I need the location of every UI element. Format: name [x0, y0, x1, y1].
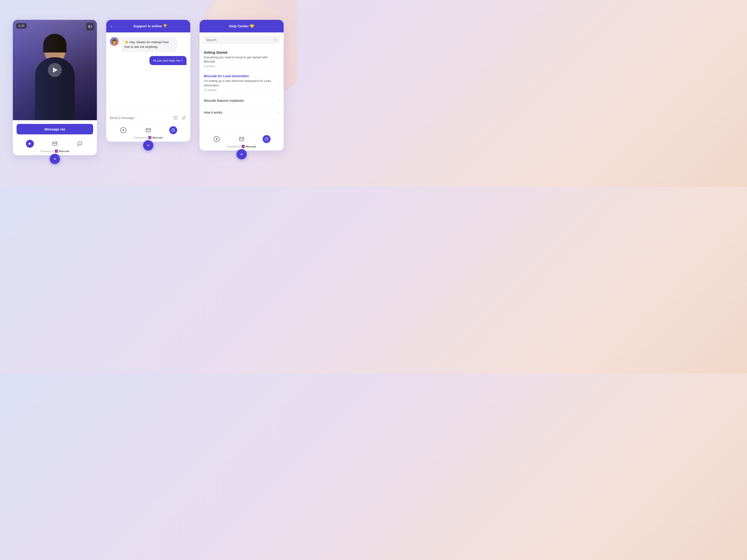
mixcode-brand2: Mixcode	[152, 136, 163, 139]
message-me-button[interactable]: Message me	[17, 124, 93, 134]
lead-gen-chevron: ›	[278, 81, 279, 85]
chat-input[interactable]	[109, 116, 170, 120]
mixcode-brand3: Mixcode	[246, 145, 256, 148]
card3-float-button[interactable]	[236, 149, 247, 159]
help-nav-icon2[interactable]	[169, 126, 177, 134]
attachment-button[interactable]	[181, 115, 187, 121]
play-nav-icon3[interactable]	[213, 135, 221, 143]
svg-marker-0	[88, 25, 90, 28]
message-nav-icon[interactable]	[51, 140, 59, 148]
search-icon[interactable]	[273, 38, 277, 42]
back-button[interactable]: ‹	[111, 24, 112, 28]
help-body: Getting Started Everything you need to k…	[200, 36, 284, 133]
chat-title: Support is online 🏆	[115, 24, 186, 28]
svg-rect-4	[174, 116, 177, 120]
card-chat: ‹ Support is online 🏆 👩 👋 Hey, thanks fo…	[106, 20, 190, 142]
user-message-row: Hi,can you help me ?	[110, 56, 186, 65]
bot-message: 👩 👋 Hey, thanks for visiting! Feel free …	[110, 37, 186, 52]
getting-started-title: Getting Started	[204, 51, 278, 54]
mixcode-logo-icon	[55, 150, 58, 153]
spacer	[200, 118, 284, 133]
how-it-works-label: How it works	[204, 111, 222, 114]
getting-started-count: 9 articles	[204, 64, 278, 68]
mixcode-logo-icon3	[241, 145, 245, 148]
svg-marker-1	[29, 142, 31, 145]
lead-gen-title: Mixcode for Lead Generation	[204, 74, 278, 78]
help-section-lead-gen[interactable]: Mixcode for Lead Generation I'm setting …	[200, 71, 284, 95]
bot-bubble: 👋 Hey, thanks for visiting! Feel free to…	[121, 37, 177, 52]
help-nav-icon3[interactable]	[263, 135, 271, 143]
features-row[interactable]: Mixcode features explained ›	[200, 95, 284, 107]
getting-started-desc: Everything you need to know to get start…	[204, 55, 278, 64]
card-help: Help Center 💛	[200, 20, 284, 151]
getting-started-chevron: ›	[278, 57, 279, 61]
cards-container: 0:15 Message me	[13, 20, 284, 167]
play-nav-icon2[interactable]	[119, 126, 127, 134]
card3-wrap: Help Center 💛	[200, 20, 284, 151]
message-nav-icon3[interactable]	[238, 135, 246, 143]
help-section-getting-started[interactable]: Getting Started Everything you need to k…	[200, 47, 284, 71]
svg-line-12	[276, 41, 277, 41]
bot-avatar-inner: 👩	[110, 37, 119, 46]
card-video: 0:15 Message me	[13, 20, 97, 155]
search-input[interactable]	[206, 38, 272, 42]
chat-body: 👩 👋 Hey, thanks for visiting! Feel free …	[106, 32, 190, 112]
features-chevron: ›	[278, 99, 279, 103]
search-bar	[203, 36, 280, 44]
card1-footer	[13, 137, 97, 150]
how-it-works-row[interactable]: How it works ›	[200, 107, 284, 118]
play-triangle-icon	[53, 68, 58, 73]
chat-header: ‹ Support is online 🏆	[106, 20, 190, 32]
emoji-button[interactable]	[173, 115, 179, 121]
sound-button[interactable]	[86, 23, 94, 31]
help-nav-icon[interactable]	[76, 140, 84, 148]
card3-footer	[200, 133, 284, 145]
video-area: 0:15	[13, 20, 97, 120]
card1-wrap: 0:15 Message me	[13, 20, 97, 155]
help-header: Help Center 💛	[200, 20, 284, 32]
chat-input-area	[106, 112, 190, 124]
mixcode-brand: Mixcode	[59, 150, 69, 153]
svg-marker-8	[123, 129, 124, 131]
card2-footer	[106, 124, 190, 136]
lead-gen-count: 12 articles	[204, 88, 278, 92]
user-bubble: Hi,can you help me ?	[149, 56, 186, 65]
card2-float-button[interactable]	[143, 140, 153, 151]
svg-marker-14	[216, 138, 218, 140]
play-nav-icon[interactable]	[26, 140, 34, 148]
bot-avatar: 👩	[110, 37, 119, 46]
lead-gen-desc: I'm setting up a new Intercom workspace …	[204, 79, 278, 87]
how-it-works-chevron: ›	[278, 110, 279, 114]
help-title: Help Center 💛	[204, 24, 279, 28]
video-timer: 0:15	[16, 23, 27, 28]
play-button[interactable]	[48, 63, 62, 77]
card1-float-button[interactable]	[50, 154, 60, 164]
mixcode-logo-icon2	[148, 136, 152, 139]
features-label: Mixcode features explained	[204, 99, 243, 102]
card2-wrap: ‹ Support is online 🏆 👩 👋 Hey, thanks fo…	[106, 20, 190, 142]
message-nav-icon2[interactable]	[144, 126, 152, 134]
svg-point-11	[274, 38, 276, 41]
